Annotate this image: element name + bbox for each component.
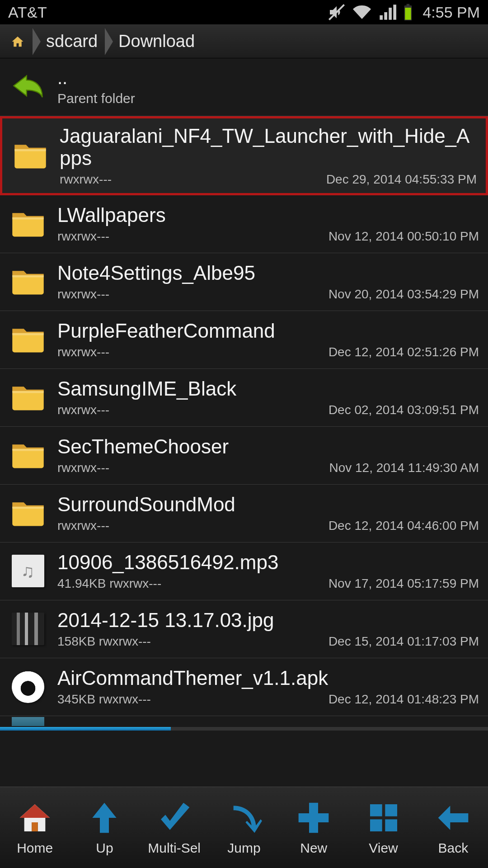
up-button[interactable]: Up bbox=[70, 787, 139, 868]
file-row[interactable]: 10906_1386516492.mp341.94KB rwxrwx---Nov… bbox=[0, 542, 488, 600]
file-row[interactable]: SamsungIME_Blackrwxrwx---Dec 02, 2014 03… bbox=[0, 369, 488, 427]
parent-sub: Parent folder bbox=[57, 91, 479, 106]
file-name: 2014-12-15 13.17.03.jpg bbox=[57, 609, 479, 631]
file-date: Nov 20, 2014 03:54:29 PM bbox=[328, 287, 479, 302]
svg-rect-6 bbox=[370, 804, 382, 816]
home-label: Home bbox=[17, 840, 53, 856]
folder-icon bbox=[11, 326, 45, 353]
apk-thumb-icon bbox=[12, 670, 44, 703]
svg-rect-7 bbox=[385, 804, 397, 816]
view-button[interactable]: View bbox=[348, 787, 418, 868]
folder-icon bbox=[11, 268, 45, 295]
folder-icon bbox=[11, 384, 45, 411]
file-row[interactable]: SurroundSoundModrwxrwx---Dec 12, 2014 04… bbox=[0, 485, 488, 542]
up-label: Up bbox=[96, 840, 113, 856]
file-date: Dec 02, 2014 03:09:51 PM bbox=[328, 403, 479, 417]
file-name: Note4Settings_Albe95 bbox=[57, 262, 479, 284]
file-perms: rwxrwx--- bbox=[57, 345, 109, 359]
svg-rect-8 bbox=[370, 819, 382, 831]
file-perms: rwxrwx--- bbox=[57, 287, 109, 302]
folder-icon bbox=[11, 210, 45, 237]
file-date: Dec 12, 2014 04:46:00 PM bbox=[328, 519, 479, 533]
breadcrumb-item-sdcard[interactable]: sdcard bbox=[42, 32, 103, 51]
new-label: New bbox=[300, 840, 327, 856]
file-perms: rwxrwx--- bbox=[57, 519, 109, 533]
mute-icon bbox=[328, 3, 346, 21]
new-button[interactable]: New bbox=[279, 787, 348, 868]
back-arrow-icon bbox=[11, 72, 45, 102]
file-perms: rwxrwx--- bbox=[60, 172, 112, 187]
signal-icon bbox=[378, 3, 396, 21]
folder-icon bbox=[11, 442, 45, 469]
file-name: LWallpapers bbox=[57, 204, 479, 226]
file-name: SamsungIME_Black bbox=[57, 377, 479, 400]
multisel-label: Multi-Sel bbox=[148, 840, 201, 856]
up-arrow-icon bbox=[86, 800, 122, 836]
file-perms: 158KB rwxrwx--- bbox=[57, 634, 151, 649]
file-name: SecThemeChooser bbox=[57, 435, 479, 458]
svg-rect-3 bbox=[405, 8, 411, 20]
breadcrumb-item-download[interactable]: Download bbox=[115, 32, 200, 51]
breadcrumb: sdcard Download bbox=[0, 24, 488, 58]
file-date: Nov 17, 2014 05:17:59 PM bbox=[328, 576, 479, 591]
image-thumb-icon bbox=[12, 613, 44, 645]
file-name: AirCommandThemer_v1.1.apk bbox=[57, 667, 479, 689]
partial-row bbox=[0, 716, 488, 727]
file-row[interactable]: AirCommandThemer_v1.1.apk345KB rwxrwx---… bbox=[0, 658, 488, 716]
breadcrumb-sep-icon bbox=[105, 28, 113, 55]
home-icon bbox=[10, 35, 25, 48]
back-arrow-icon bbox=[435, 800, 471, 836]
bottom-toolbar: Home Up Multi-Sel Jump New View Back bbox=[0, 787, 488, 868]
multisel-button[interactable]: Multi-Sel bbox=[140, 787, 209, 868]
folder-icon bbox=[11, 500, 45, 527]
home-icon bbox=[17, 800, 53, 836]
music-thumb-icon bbox=[12, 555, 44, 587]
file-row[interactable]: 2014-12-15 13.17.03.jpg158KB rwxrwx---De… bbox=[0, 600, 488, 658]
file-row[interactable]: Note4Settings_Albe95rwxrwx---Nov 20, 201… bbox=[0, 253, 488, 311]
svg-rect-4 bbox=[32, 822, 38, 831]
file-row[interactable]: PurpleFeatherCommandrwxrwx---Dec 12, 201… bbox=[0, 311, 488, 369]
clock-label: 4:55 PM bbox=[422, 4, 480, 21]
jump-arrow-icon bbox=[226, 800, 262, 836]
check-icon bbox=[156, 800, 192, 836]
file-name: 10906_1386516492.mp3 bbox=[57, 551, 479, 573]
file-date: Dec 15, 2014 01:17:03 PM bbox=[328, 634, 479, 649]
file-date: Dec 29, 2014 04:55:33 PM bbox=[326, 172, 477, 187]
carrier-label: AT&T bbox=[8, 4, 47, 21]
jump-label: Jump bbox=[227, 840, 260, 856]
wifi-icon bbox=[352, 3, 372, 21]
jump-button[interactable]: Jump bbox=[209, 787, 279, 868]
svg-marker-5 bbox=[20, 804, 50, 818]
view-label: View bbox=[369, 840, 398, 856]
file-row[interactable]: Jaguaralani_NF4_TW_Launcher_with_Hide_Ap… bbox=[0, 116, 488, 195]
file-name: SurroundSoundMod bbox=[57, 493, 479, 515]
breadcrumb-sep-icon bbox=[33, 28, 41, 55]
file-row[interactable]: LWallpapersrwxrwx---Nov 12, 2014 00:50:1… bbox=[0, 195, 488, 253]
file-name: Jaguaralani_NF4_TW_Launcher_with_Hide_Ap… bbox=[60, 125, 477, 170]
back-button[interactable]: Back bbox=[418, 787, 488, 868]
back-label: Back bbox=[438, 840, 468, 856]
file-date: Dec 12, 2014 02:51:26 PM bbox=[328, 345, 479, 359]
progress-fill bbox=[0, 727, 171, 731]
storage-progress bbox=[0, 727, 488, 731]
parent-folder-row[interactable]: .. Parent folder bbox=[0, 58, 488, 116]
plus-icon bbox=[296, 800, 332, 836]
home-button[interactable]: Home bbox=[0, 787, 70, 868]
svg-rect-9 bbox=[385, 819, 397, 831]
file-date: Dec 12, 2014 01:48:23 PM bbox=[328, 692, 479, 707]
file-perms: rwxrwx--- bbox=[57, 229, 109, 244]
svg-rect-2 bbox=[407, 4, 410, 5]
file-date: Nov 12, 2014 11:49:30 AM bbox=[329, 461, 479, 475]
grid-icon bbox=[366, 800, 402, 836]
file-perms: rwxrwx--- bbox=[57, 461, 109, 475]
parent-name: .. bbox=[57, 68, 479, 88]
folder-icon bbox=[13, 142, 47, 169]
file-row[interactable]: SecThemeChooserrwxrwx---Nov 12, 2014 11:… bbox=[0, 427, 488, 485]
file-date: Nov 12, 2014 00:50:10 PM bbox=[328, 229, 479, 244]
breadcrumb-home[interactable] bbox=[6, 35, 31, 48]
file-name: PurpleFeatherCommand bbox=[57, 320, 479, 342]
file-perms: 41.94KB rwxrwx--- bbox=[57, 576, 161, 591]
file-list: .. Parent folder Jaguaralani_NF4_TW_Laun… bbox=[0, 58, 488, 727]
file-perms: 345KB rwxrwx--- bbox=[57, 692, 151, 707]
battery-icon bbox=[403, 3, 413, 21]
